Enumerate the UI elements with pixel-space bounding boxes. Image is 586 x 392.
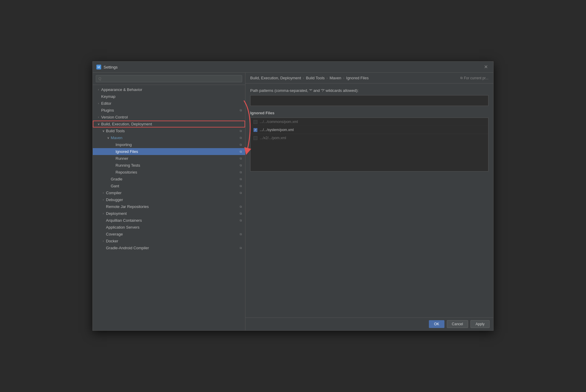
search-box [93,73,245,85]
sidebar-item-editor[interactable]: › Editor [93,100,245,107]
sidebar-item-label: Gant [111,184,237,188]
sidebar-item-label: Gradle [111,177,237,181]
sidebar-item-label: Build, Execution, Deployment [101,122,243,126]
copy-icon: ⧉ [239,136,243,140]
expand-arrow-icon: ∨ [96,122,101,126]
sidebar-item-label: Maven [111,136,237,140]
sidebar-item-label: Deployment [106,211,237,216]
copy-icon-small: ⧉ [460,76,463,80]
file-path: .../.../system/pom.xml [260,128,294,132]
ignored-file-item[interactable]: .../.../commons/pom.xml [251,118,488,126]
sidebar-item-label: Ignored Files [116,149,237,154]
sidebar-tree: › Appearance & Behavior › Keymap › Edito… [93,85,245,330]
settings-dialog: IJ Settings ✕ › Appearance & Behavior › … [92,61,494,331]
sidebar-item-compiler[interactable]: › Compiler ⧉ [93,189,245,196]
copy-icon: ⧉ [239,129,243,133]
expand-arrow-icon: › [101,239,105,243]
copy-icon: ⧉ [239,163,243,168]
sidebar-item-build-tools[interactable]: ∨ Build Tools ⧉ [93,127,245,134]
panel-body: Path patterns (comma-separated, '*' and … [245,83,493,317]
title-bar: IJ Settings ✕ [93,62,493,73]
file-checkbox[interactable] [253,136,257,140]
expand-arrow-icon: › [96,115,101,119]
file-path: .../x2/.../pom.xml [260,136,286,140]
sidebar: › Appearance & Behavior › Keymap › Edito… [93,73,245,330]
breadcrumb-part-1: Build, Execution, Deployment [250,76,301,80]
title-bar-left: IJ Settings [96,65,118,69]
apply-button[interactable]: Apply [470,320,490,328]
file-path: .../.../commons/pom.xml [260,120,298,124]
sidebar-item-gradle[interactable]: › Gradle ⧉ [93,176,245,183]
sidebar-item-label: Appearance & Behavior [101,87,243,92]
close-button[interactable]: ✕ [482,64,490,70]
cancel-button[interactable]: Cancel [447,320,468,328]
sidebar-item-keymap[interactable]: › Keymap [93,93,245,100]
sidebar-item-importing[interactable]: › Importing ⧉ [93,141,245,148]
app-icon: IJ [96,65,101,69]
sidebar-item-label: Importing [116,142,237,147]
sidebar-item-arquillian[interactable]: › Arquillian Containers ⧉ [93,217,245,224]
sidebar-item-label: Repositories [116,170,237,174]
sidebar-item-label: Coverage [106,232,237,236]
file-checkbox[interactable] [253,120,257,124]
sidebar-item-label: Runner [116,156,237,161]
main-content: › Appearance & Behavior › Keymap › Edito… [93,73,493,330]
sidebar-item-label: Remote Jar Repositories [106,204,237,209]
breadcrumb-separator: › [343,76,344,80]
ignored-files-label: Ignored Files [250,111,488,115]
sidebar-item-running-tests[interactable]: › Running Tests ⧉ [93,162,245,169]
ignored-file-item[interactable]: ✓ .../.../system/pom.xml [251,126,488,134]
sidebar-item-label: Running Tests [116,163,237,168]
copy-icon: ⧉ [239,246,243,250]
breadcrumb-bar: Build, Execution, Deployment › Build Too… [245,73,493,83]
copy-icon: ⧉ [239,184,243,188]
dialog-title: Settings [104,65,118,69]
sidebar-item-label: Debugger [106,197,243,202]
path-patterns-label: Path patterns (comma-separated, '*' and … [250,88,488,93]
expand-arrow-icon: › [96,101,101,106]
sidebar-item-docker[interactable]: › Docker [93,238,245,244]
sidebar-item-label: Version Control [101,115,243,119]
sidebar-item-label: Editor [101,101,243,106]
sidebar-item-version-control[interactable]: › Version Control [93,114,245,121]
copy-icon: ⧉ [239,191,243,195]
sidebar-item-gant[interactable]: › Gant ⧉ [93,183,245,189]
sidebar-item-android-compiler[interactable]: › Gradle-Android Compiler ⧉ [93,244,245,251]
sidebar-item-label: Docker [106,239,243,243]
expand-arrow-icon: › [96,88,101,92]
path-patterns-input[interactable] [250,95,488,106]
for-current-label: For current pr... [464,76,488,80]
ignored-file-item[interactable]: .../x2/.../pom.xml [251,134,488,142]
ok-button[interactable]: OK [429,320,444,328]
expand-arrow-icon: › [101,191,105,195]
breadcrumb-part-4: Ignored Files [346,76,369,80]
sidebar-item-plugins[interactable]: › Plugins ⧉ [93,107,245,114]
sidebar-item-label: Keymap [101,94,243,99]
sidebar-item-coverage[interactable]: › Coverage ⧉ [93,231,245,238]
sidebar-item-deployment[interactable]: › Deployment ⧉ [93,210,245,217]
sidebar-item-repositories[interactable]: › Repositories ⧉ [93,169,245,176]
copy-icon: ⧉ [239,157,243,161]
sidebar-item-app-servers[interactable]: › Application Servers [93,224,245,231]
breadcrumb-part-3: Maven [330,76,341,80]
sidebar-item-debugger[interactable]: › Debugger [93,196,245,203]
copy-icon: ⧉ [239,205,243,209]
sidebar-item-label: Compiler [106,191,237,195]
file-checkbox[interactable]: ✓ [253,128,257,132]
sidebar-item-appearance[interactable]: › Appearance & Behavior [93,86,245,93]
breadcrumb-separator: › [327,76,328,80]
sidebar-item-ignored-files[interactable]: › Ignored Files ⧉ [93,148,245,155]
sidebar-item-remote-jar[interactable]: › Remote Jar Repositories ⧉ [93,203,245,210]
expand-arrow-icon: › [101,212,105,216]
copy-icon: ⧉ [239,232,243,236]
copy-icon: ⧉ [239,177,243,181]
sidebar-item-maven[interactable]: ∨ Maven ⧉ [93,134,245,141]
sidebar-item-runner[interactable]: › Runner ⧉ [93,155,245,162]
breadcrumb: Build, Execution, Deployment › Build Too… [250,76,369,80]
ignored-files-list: .../.../commons/pom.xml ✓ .../.../system… [250,118,488,171]
sidebar-item-label: Application Servers [106,225,243,230]
sidebar-item-build-exec-deploy[interactable]: ∨ Build, Execution, Deployment [93,121,245,127]
expand-arrow-icon: › [101,198,105,202]
sidebar-item-label: Plugins [101,108,237,113]
search-input[interactable] [96,75,242,82]
